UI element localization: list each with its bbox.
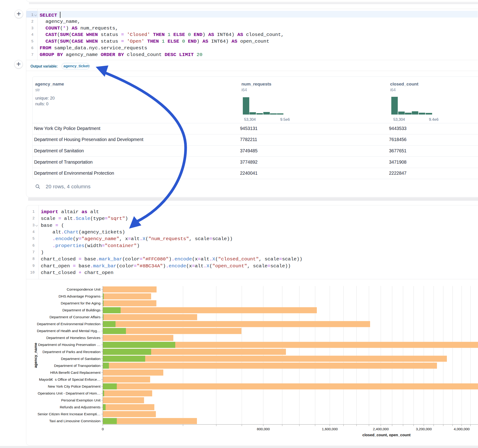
svg-text:Department of Buildings: Department of Buildings	[62, 308, 101, 312]
svg-text:800,000: 800,000	[257, 427, 270, 431]
svg-text:Department of Health and Menta: Department of Health and Mental Hyg…	[37, 329, 101, 333]
svg-text:Department of Sanitation: Department of Sanitation	[61, 357, 100, 361]
svg-text:Department of Homeless Service: Department of Homeless Services	[46, 336, 101, 340]
svg-text:Department of Transportation: Department of Transportation	[54, 364, 101, 367]
svg-text:Senior Citizen Rent Increase E: Senior Citizen Rent Increase Exempti…	[38, 412, 101, 416]
svg-text:agency_name: agency_name	[33, 343, 38, 368]
svg-text:HRA Benefit Card Replacement: HRA Benefit Card Replacement	[50, 371, 101, 374]
svg-text:Personal Exemption Unit: Personal Exemption Unit	[61, 398, 101, 402]
svg-text:Department for the Aging: Department for the Aging	[61, 301, 100, 305]
svg-text:Department of Consumer Affairs: Department of Consumer Affairs	[50, 315, 101, 319]
svg-text:3,200,000: 3,200,000	[416, 427, 432, 431]
svg-text:Department of Housing Preserva: Department of Housing Preservation …	[38, 343, 101, 347]
svg-text:New York City Police Departmen: New York City Police Department	[48, 384, 101, 388]
svg-text:1,600,000: 1,600,000	[322, 427, 338, 431]
svg-text:Department of Environmental Pr: Department of Environmental Protection	[37, 322, 101, 326]
svg-text:Department of Parks and Recrea: Department of Parks and Recreation	[42, 350, 101, 354]
svg-text:Mayorâ€ s Office of Special E: Mayorâ€ s Office of Special Enforce…	[39, 378, 101, 381]
svg-text:Operations Unit - Department o: Operations Unit - Department of Hom…	[38, 391, 101, 395]
svg-text:0: 0	[102, 427, 104, 431]
svg-text:closed_count, open_count: closed_count, open_count	[362, 433, 411, 437]
svg-text:Taxi and Limousine Commission: Taxi and Limousine Commission	[49, 419, 101, 423]
svg-text:DHS Advantage Programs: DHS Advantage Programs	[59, 294, 101, 298]
svg-text:2,400,000: 2,400,000	[373, 427, 389, 431]
svg-text:Correspondence Unit: Correspondence Unit	[67, 287, 101, 291]
svg-text:4,000,000: 4,000,000	[454, 427, 470, 431]
svg-text:Refunds and Adjustments: Refunds and Adjustments	[60, 405, 101, 409]
